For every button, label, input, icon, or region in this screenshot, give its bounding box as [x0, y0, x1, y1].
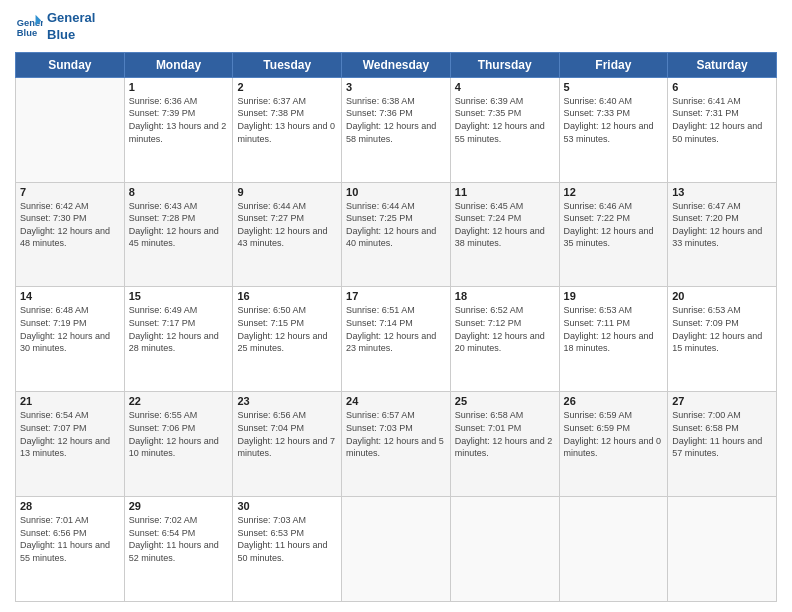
weekday-label: Sunday — [16, 52, 125, 77]
day-number: 28 — [20, 500, 120, 512]
header: General Blue General Blue — [15, 10, 777, 44]
calendar-day-cell: 29Sunrise: 7:02 AMSunset: 6:54 PMDayligh… — [124, 497, 233, 602]
day-number: 9 — [237, 186, 337, 198]
day-number: 24 — [346, 395, 446, 407]
day-number: 10 — [346, 186, 446, 198]
day-info: Sunrise: 6:53 AMSunset: 7:09 PMDaylight:… — [672, 304, 772, 354]
calendar-day-cell: 22Sunrise: 6:55 AMSunset: 7:06 PMDayligh… — [124, 392, 233, 497]
weekday-label: Friday — [559, 52, 668, 77]
calendar-day-cell: 9Sunrise: 6:44 AMSunset: 7:27 PMDaylight… — [233, 182, 342, 287]
day-number: 14 — [20, 290, 120, 302]
day-number: 1 — [129, 81, 229, 93]
calendar-day-cell: 10Sunrise: 6:44 AMSunset: 7:25 PMDayligh… — [342, 182, 451, 287]
day-number: 18 — [455, 290, 555, 302]
day-info: Sunrise: 7:00 AMSunset: 6:58 PMDaylight:… — [672, 409, 772, 459]
calendar-week-row: 1Sunrise: 6:36 AMSunset: 7:39 PMDaylight… — [16, 77, 777, 182]
day-info: Sunrise: 6:54 AMSunset: 7:07 PMDaylight:… — [20, 409, 120, 459]
day-info: Sunrise: 6:52 AMSunset: 7:12 PMDaylight:… — [455, 304, 555, 354]
day-info: Sunrise: 6:42 AMSunset: 7:30 PMDaylight:… — [20, 200, 120, 250]
day-info: Sunrise: 6:43 AMSunset: 7:28 PMDaylight:… — [129, 200, 229, 250]
calendar-day-cell: 13Sunrise: 6:47 AMSunset: 7:20 PMDayligh… — [668, 182, 777, 287]
day-number: 8 — [129, 186, 229, 198]
calendar-day-cell — [16, 77, 125, 182]
day-number: 16 — [237, 290, 337, 302]
calendar-day-cell: 2Sunrise: 6:37 AMSunset: 7:38 PMDaylight… — [233, 77, 342, 182]
logo-text: General Blue — [47, 10, 95, 44]
day-number: 7 — [20, 186, 120, 198]
day-info: Sunrise: 6:39 AMSunset: 7:35 PMDaylight:… — [455, 95, 555, 145]
svg-text:Blue: Blue — [17, 28, 37, 38]
weekday-label: Wednesday — [342, 52, 451, 77]
calendar-day-cell: 18Sunrise: 6:52 AMSunset: 7:12 PMDayligh… — [450, 287, 559, 392]
calendar-day-cell: 15Sunrise: 6:49 AMSunset: 7:17 PMDayligh… — [124, 287, 233, 392]
calendar-day-cell: 6Sunrise: 6:41 AMSunset: 7:31 PMDaylight… — [668, 77, 777, 182]
calendar-body: 1Sunrise: 6:36 AMSunset: 7:39 PMDaylight… — [16, 77, 777, 601]
calendar-day-cell: 19Sunrise: 6:53 AMSunset: 7:11 PMDayligh… — [559, 287, 668, 392]
calendar-week-row: 14Sunrise: 6:48 AMSunset: 7:19 PMDayligh… — [16, 287, 777, 392]
weekday-header-row: SundayMondayTuesdayWednesdayThursdayFrid… — [16, 52, 777, 77]
logo-icon: General Blue — [15, 13, 43, 41]
day-number: 20 — [672, 290, 772, 302]
calendar-table: SundayMondayTuesdayWednesdayThursdayFrid… — [15, 52, 777, 602]
day-number: 15 — [129, 290, 229, 302]
day-info: Sunrise: 6:53 AMSunset: 7:11 PMDaylight:… — [564, 304, 664, 354]
day-number: 12 — [564, 186, 664, 198]
day-info: Sunrise: 7:01 AMSunset: 6:56 PMDaylight:… — [20, 514, 120, 564]
day-info: Sunrise: 6:44 AMSunset: 7:25 PMDaylight:… — [346, 200, 446, 250]
calendar-day-cell: 12Sunrise: 6:46 AMSunset: 7:22 PMDayligh… — [559, 182, 668, 287]
day-info: Sunrise: 6:55 AMSunset: 7:06 PMDaylight:… — [129, 409, 229, 459]
page: General Blue General Blue SundayMondayTu… — [0, 0, 792, 612]
calendar-day-cell: 3Sunrise: 6:38 AMSunset: 7:36 PMDaylight… — [342, 77, 451, 182]
day-info: Sunrise: 6:45 AMSunset: 7:24 PMDaylight:… — [455, 200, 555, 250]
day-info: Sunrise: 6:56 AMSunset: 7:04 PMDaylight:… — [237, 409, 337, 459]
day-info: Sunrise: 6:46 AMSunset: 7:22 PMDaylight:… — [564, 200, 664, 250]
calendar-day-cell: 17Sunrise: 6:51 AMSunset: 7:14 PMDayligh… — [342, 287, 451, 392]
day-number: 22 — [129, 395, 229, 407]
day-number: 5 — [564, 81, 664, 93]
calendar-week-row: 7Sunrise: 6:42 AMSunset: 7:30 PMDaylight… — [16, 182, 777, 287]
day-number: 21 — [20, 395, 120, 407]
day-info: Sunrise: 7:02 AMSunset: 6:54 PMDaylight:… — [129, 514, 229, 564]
day-info: Sunrise: 6:41 AMSunset: 7:31 PMDaylight:… — [672, 95, 772, 145]
day-info: Sunrise: 6:50 AMSunset: 7:15 PMDaylight:… — [237, 304, 337, 354]
day-info: Sunrise: 6:58 AMSunset: 7:01 PMDaylight:… — [455, 409, 555, 459]
calendar-day-cell: 26Sunrise: 6:59 AMSunset: 6:59 PMDayligh… — [559, 392, 668, 497]
day-info: Sunrise: 6:48 AMSunset: 7:19 PMDaylight:… — [20, 304, 120, 354]
day-number: 11 — [455, 186, 555, 198]
calendar-day-cell: 5Sunrise: 6:40 AMSunset: 7:33 PMDaylight… — [559, 77, 668, 182]
day-number: 13 — [672, 186, 772, 198]
day-number: 29 — [129, 500, 229, 512]
day-number: 26 — [564, 395, 664, 407]
day-info: Sunrise: 6:59 AMSunset: 6:59 PMDaylight:… — [564, 409, 664, 459]
weekday-label: Saturday — [668, 52, 777, 77]
day-info: Sunrise: 6:49 AMSunset: 7:17 PMDaylight:… — [129, 304, 229, 354]
calendar-day-cell: 23Sunrise: 6:56 AMSunset: 7:04 PMDayligh… — [233, 392, 342, 497]
calendar-day-cell: 24Sunrise: 6:57 AMSunset: 7:03 PMDayligh… — [342, 392, 451, 497]
day-number: 4 — [455, 81, 555, 93]
day-number: 25 — [455, 395, 555, 407]
calendar-day-cell: 21Sunrise: 6:54 AMSunset: 7:07 PMDayligh… — [16, 392, 125, 497]
calendar-day-cell: 1Sunrise: 6:36 AMSunset: 7:39 PMDaylight… — [124, 77, 233, 182]
day-info: Sunrise: 6:37 AMSunset: 7:38 PMDaylight:… — [237, 95, 337, 145]
calendar-day-cell: 14Sunrise: 6:48 AMSunset: 7:19 PMDayligh… — [16, 287, 125, 392]
day-number: 19 — [564, 290, 664, 302]
logo: General Blue General Blue — [15, 10, 95, 44]
calendar-header: SundayMondayTuesdayWednesdayThursdayFrid… — [16, 52, 777, 77]
calendar-week-row: 21Sunrise: 6:54 AMSunset: 7:07 PMDayligh… — [16, 392, 777, 497]
day-number: 27 — [672, 395, 772, 407]
day-info: Sunrise: 6:47 AMSunset: 7:20 PMDaylight:… — [672, 200, 772, 250]
day-number: 3 — [346, 81, 446, 93]
calendar-day-cell: 30Sunrise: 7:03 AMSunset: 6:53 PMDayligh… — [233, 497, 342, 602]
day-number: 30 — [237, 500, 337, 512]
calendar-day-cell: 20Sunrise: 6:53 AMSunset: 7:09 PMDayligh… — [668, 287, 777, 392]
day-info: Sunrise: 6:57 AMSunset: 7:03 PMDaylight:… — [346, 409, 446, 459]
calendar-day-cell: 28Sunrise: 7:01 AMSunset: 6:56 PMDayligh… — [16, 497, 125, 602]
calendar-day-cell: 4Sunrise: 6:39 AMSunset: 7:35 PMDaylight… — [450, 77, 559, 182]
day-number: 2 — [237, 81, 337, 93]
calendar-day-cell: 8Sunrise: 6:43 AMSunset: 7:28 PMDaylight… — [124, 182, 233, 287]
calendar-day-cell — [668, 497, 777, 602]
day-info: Sunrise: 6:44 AMSunset: 7:27 PMDaylight:… — [237, 200, 337, 250]
weekday-label: Tuesday — [233, 52, 342, 77]
calendar-day-cell: 25Sunrise: 6:58 AMSunset: 7:01 PMDayligh… — [450, 392, 559, 497]
day-info: Sunrise: 6:40 AMSunset: 7:33 PMDaylight:… — [564, 95, 664, 145]
